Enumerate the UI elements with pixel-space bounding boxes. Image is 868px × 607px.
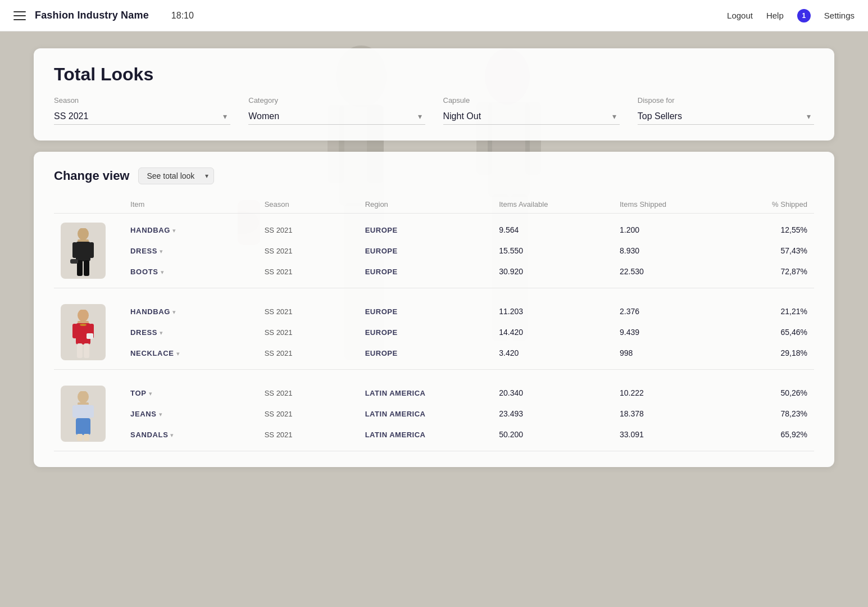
- region-cell: EUROPE: [358, 295, 493, 322]
- region-value: EUROPE: [365, 268, 398, 276]
- region-cell: LATIN AMERICA: [358, 424, 493, 451]
- season-value: SS 2021: [265, 349, 293, 357]
- item-name-cell: TOP▾: [124, 377, 258, 404]
- main-content: Total Looks Season SS 2021 SS 2020 AW 20…: [0, 31, 868, 484]
- table-row: DRESS▾SS 2021EUROPE15.5508.93057,43%: [54, 241, 814, 260]
- item-dropdown-icon[interactable]: ▾: [172, 227, 176, 234]
- region-value: LATIN AMERICA: [365, 431, 426, 439]
- region-value: EUROPE: [365, 349, 398, 357]
- item-name: HANDBAG: [130, 226, 170, 234]
- svg-rect-17: [72, 242, 77, 258]
- item-dropdown-icon[interactable]: ▾: [172, 309, 176, 315]
- capsule-filter-group: Capsule Night Out Casual Formal Sport: [443, 96, 620, 125]
- item-dropdown-icon[interactable]: ▾: [149, 390, 152, 397]
- item-dropdown-icon[interactable]: ▾: [160, 248, 163, 255]
- col-shipped: Items Shipped: [613, 196, 734, 214]
- item-name-cell: JEANS▾: [124, 404, 258, 424]
- svg-rect-16: [76, 242, 90, 261]
- table-row: JEANS▾SS 2021LATIN AMERICA23.49318.37878…: [54, 404, 814, 424]
- available-value: 50.200: [499, 430, 523, 439]
- logout-link[interactable]: Logout: [727, 11, 753, 20]
- pct-value: 72,87%: [781, 267, 807, 276]
- col-season: Season: [258, 196, 358, 214]
- item-name: DRESS: [130, 247, 157, 255]
- region-value: EUROPE: [365, 328, 398, 337]
- col-item: Item: [124, 196, 258, 214]
- item-dropdown-icon[interactable]: ▾: [170, 432, 174, 438]
- svg-rect-27: [77, 343, 83, 358]
- region-value: EUROPE: [365, 226, 398, 234]
- season-select[interactable]: SS 2021 SS 2020 AW 2021 AW 2020: [54, 108, 230, 125]
- available-value: 14.420: [499, 328, 523, 337]
- view-select[interactable]: See total look See by item See by region: [138, 167, 214, 184]
- category-label: Category: [248, 96, 425, 105]
- season-cell: SS 2021: [258, 241, 358, 260]
- look-thumbnail-cell: [54, 377, 124, 451]
- season-label: Season: [54, 96, 230, 105]
- region-cell: EUROPE: [358, 342, 493, 370]
- season-value: SS 2021: [265, 226, 293, 234]
- season-value: SS 2021: [265, 389, 293, 397]
- pct-cell: 78,23%: [734, 404, 814, 424]
- pct-value: 29,18%: [781, 348, 807, 357]
- shipped-value: 10.222: [620, 388, 644, 397]
- pct-value: 78,23%: [781, 409, 807, 418]
- item-name: TOP: [130, 389, 146, 397]
- table-row: TOP▾SS 2021LATIN AMERICA20.34010.22250,2…: [54, 377, 814, 404]
- navbar-right: Logout Help 1 Settings: [727, 9, 855, 22]
- shipped-value: 18.378: [620, 409, 644, 418]
- item-dropdown-icon[interactable]: ▾: [160, 329, 163, 336]
- item-name-cell: SANDALS▾: [124, 424, 258, 451]
- notification-badge[interactable]: 1: [797, 9, 811, 22]
- item-name: BOOTS: [130, 268, 158, 276]
- shipped-cell: 1.200: [613, 214, 734, 241]
- shipped-cell: 18.378: [613, 404, 734, 424]
- available-cell: 15.550: [492, 241, 613, 260]
- menu-icon[interactable]: [13, 11, 26, 20]
- item-name-cell: NECKLACE▾: [124, 342, 258, 370]
- pct-cell: 12,55%: [734, 214, 814, 241]
- region-cell: EUROPE: [358, 261, 493, 288]
- region-value: EUROPE: [365, 307, 398, 316]
- item-name: HANDBAG: [130, 307, 170, 316]
- page-title: Total Looks: [54, 64, 814, 85]
- category-select[interactable]: Women Men Kids: [248, 108, 425, 125]
- view-select-wrapper: See total look See by item See by region: [138, 167, 214, 184]
- help-link[interactable]: Help: [766, 11, 784, 20]
- item-name: JEANS: [130, 410, 157, 418]
- shipped-value: 22.530: [620, 267, 644, 276]
- col-available: Items Available: [492, 196, 613, 214]
- available-cell: 3.420: [492, 342, 613, 370]
- svg-rect-18: [89, 242, 94, 258]
- pct-value: 12,55%: [781, 225, 807, 234]
- season-value: SS 2021: [265, 410, 293, 418]
- svg-rect-35: [89, 405, 94, 418]
- available-value: 9.564: [499, 225, 519, 234]
- shipped-cell: 10.222: [613, 377, 734, 404]
- season-value: SS 2021: [265, 431, 293, 439]
- item-dropdown-icon[interactable]: ▾: [161, 269, 164, 275]
- settings-link[interactable]: Settings: [824, 11, 855, 20]
- svg-rect-36: [76, 418, 90, 435]
- season-cell: SS 2021: [258, 377, 358, 404]
- item-dropdown-icon[interactable]: ▾: [176, 350, 180, 357]
- capsule-select[interactable]: Night Out Casual Formal Sport: [443, 108, 620, 125]
- pct-cell: 65,46%: [734, 322, 814, 342]
- table-card: Change view See total look See by item S…: [34, 152, 834, 467]
- available-cell: 23.493: [492, 404, 613, 424]
- svg-rect-25: [72, 324, 77, 338]
- svg-point-14: [78, 228, 89, 240]
- dispose-label: Dispose for: [638, 96, 814, 105]
- available-cell: 50.200: [492, 424, 613, 451]
- item-dropdown-icon[interactable]: ▾: [159, 411, 162, 418]
- pct-cell: 29,18%: [734, 342, 814, 370]
- item-name-cell: BOOTS▾: [124, 261, 258, 288]
- shipped-cell: 22.530: [613, 261, 734, 288]
- table-row: SANDALS▾SS 2021LATIN AMERICA50.20033.091…: [54, 424, 814, 451]
- item-name: NECKLACE: [130, 349, 174, 357]
- dispose-select[interactable]: Top Sellers All Clearance: [638, 108, 814, 125]
- season-cell: SS 2021: [258, 424, 358, 451]
- season-cell: SS 2021: [258, 322, 358, 342]
- svg-point-22: [78, 310, 89, 321]
- season-cell: SS 2021: [258, 342, 358, 370]
